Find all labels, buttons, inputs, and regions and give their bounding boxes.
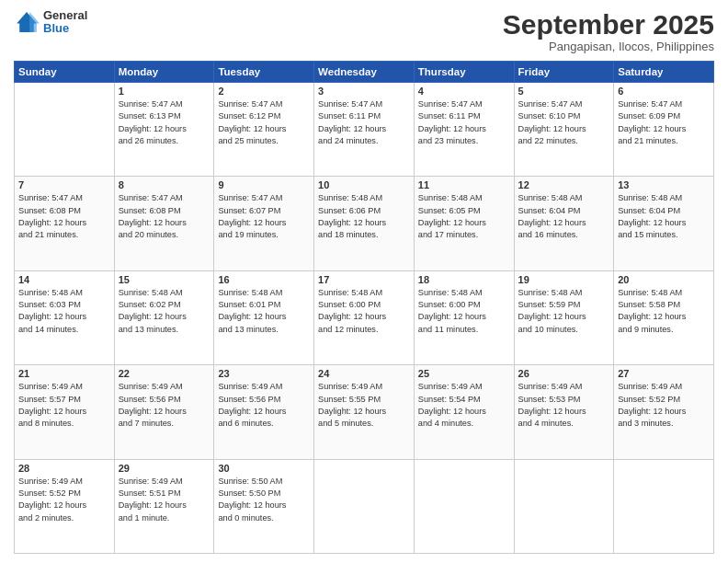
header: General Blue September 2025 Pangapisan, … [14, 9, 714, 53]
day-info: Sunrise: 5:47 AM Sunset: 6:08 PM Dayligh… [119, 192, 210, 241]
day-number: 15 [119, 274, 210, 285]
day-info: Sunrise: 5:49 AM Sunset: 5:54 PM Dayligh… [418, 381, 510, 430]
title-block: September 2025 Pangapisan, Ilocos, Phili… [503, 9, 714, 53]
day-number: 2 [218, 86, 310, 97]
calendar-week-4: 21Sunrise: 5:49 AM Sunset: 5:57 PM Dayli… [15, 365, 714, 459]
calendar-week-2: 7Sunrise: 5:47 AM Sunset: 6:08 PM Daylig… [15, 177, 714, 270]
day-number: 7 [18, 179, 110, 190]
day-number: 14 [18, 274, 110, 285]
day-number: 9 [218, 179, 310, 190]
calendar-cell: 7Sunrise: 5:47 AM Sunset: 6:08 PM Daylig… [15, 177, 115, 270]
day-info: Sunrise: 5:47 AM Sunset: 6:10 PM Dayligh… [518, 98, 610, 147]
calendar-cell: 12Sunrise: 5:48 AM Sunset: 6:04 PM Dayli… [514, 177, 614, 270]
calendar-cell [514, 459, 614, 553]
calendar-cell: 30Sunrise: 5:50 AM Sunset: 5:50 PM Dayli… [214, 459, 314, 553]
calendar-cell: 24Sunrise: 5:49 AM Sunset: 5:55 PM Dayli… [314, 365, 415, 459]
calendar-cell: 11Sunrise: 5:48 AM Sunset: 6:05 PM Dayli… [414, 177, 514, 270]
logo-blue: Blue [43, 22, 87, 35]
calendar-cell: 21Sunrise: 5:49 AM Sunset: 5:57 PM Dayli… [15, 365, 115, 459]
calendar-cell: 20Sunrise: 5:48 AM Sunset: 5:58 PM Dayli… [614, 270, 714, 364]
calendar-cell: 10Sunrise: 5:48 AM Sunset: 6:06 PM Dayli… [314, 177, 415, 270]
day-number: 6 [618, 86, 710, 97]
calendar-cell: 8Sunrise: 5:47 AM Sunset: 6:08 PM Daylig… [114, 177, 214, 270]
day-info: Sunrise: 5:47 AM Sunset: 6:11 PM Dayligh… [418, 98, 510, 147]
day-info: Sunrise: 5:47 AM Sunset: 6:07 PM Dayligh… [218, 192, 310, 241]
day-info: Sunrise: 5:47 AM Sunset: 6:08 PM Dayligh… [18, 192, 110, 241]
calendar-table: SundayMondayTuesdayWednesdayThursdayFrid… [14, 61, 714, 554]
calendar-cell [15, 83, 115, 177]
column-header-thursday: Thursday [414, 62, 514, 83]
logo-general: General [43, 9, 87, 22]
day-number: 23 [218, 368, 310, 379]
day-number: 17 [318, 274, 410, 285]
calendar-header-row: SundayMondayTuesdayWednesdayThursdayFrid… [15, 62, 714, 83]
column-header-wednesday: Wednesday [314, 62, 415, 83]
calendar-cell [614, 459, 714, 553]
day-info: Sunrise: 5:49 AM Sunset: 5:52 PM Dayligh… [18, 476, 110, 524]
calendar-cell: 3Sunrise: 5:47 AM Sunset: 6:11 PM Daylig… [314, 83, 415, 177]
calendar-cell: 29Sunrise: 5:49 AM Sunset: 5:51 PM Dayli… [114, 459, 214, 553]
calendar-week-5: 28Sunrise: 5:49 AM Sunset: 5:52 PM Dayli… [15, 459, 714, 553]
day-number: 4 [418, 86, 510, 97]
day-number: 26 [518, 368, 610, 379]
day-info: Sunrise: 5:49 AM Sunset: 5:56 PM Dayligh… [218, 381, 310, 430]
calendar-cell: 6Sunrise: 5:47 AM Sunset: 6:09 PM Daylig… [614, 83, 714, 177]
day-info: Sunrise: 5:48 AM Sunset: 6:03 PM Dayligh… [18, 287, 110, 336]
calendar-cell: 25Sunrise: 5:49 AM Sunset: 5:54 PM Dayli… [414, 365, 514, 459]
day-info: Sunrise: 5:48 AM Sunset: 6:00 PM Dayligh… [418, 287, 510, 336]
column-header-monday: Monday [114, 62, 214, 83]
day-info: Sunrise: 5:48 AM Sunset: 6:06 PM Dayligh… [318, 192, 410, 241]
day-number: 29 [119, 463, 210, 474]
calendar-cell [314, 459, 415, 553]
column-header-sunday: Sunday [15, 62, 115, 83]
day-info: Sunrise: 5:47 AM Sunset: 6:11 PM Dayligh… [318, 98, 410, 147]
day-number: 25 [418, 368, 510, 379]
column-header-tuesday: Tuesday [214, 62, 314, 83]
day-info: Sunrise: 5:47 AM Sunset: 6:12 PM Dayligh… [218, 98, 310, 147]
location: Pangapisan, Ilocos, Philippines [503, 40, 714, 53]
day-number: 27 [618, 368, 710, 379]
calendar-cell: 2Sunrise: 5:47 AM Sunset: 6:12 PM Daylig… [214, 83, 314, 177]
day-number: 21 [18, 368, 110, 379]
calendar-cell: 1Sunrise: 5:47 AM Sunset: 6:13 PM Daylig… [114, 83, 214, 177]
day-number: 12 [518, 179, 610, 190]
day-number: 1 [119, 86, 210, 97]
day-info: Sunrise: 5:49 AM Sunset: 5:52 PM Dayligh… [618, 381, 710, 430]
day-number: 5 [518, 86, 610, 97]
month-title: September 2025 [503, 9, 714, 40]
calendar-cell: 19Sunrise: 5:48 AM Sunset: 5:59 PM Dayli… [514, 270, 614, 364]
calendar-cell: 15Sunrise: 5:48 AM Sunset: 6:02 PM Dayli… [114, 270, 214, 364]
logo-text: General Blue [43, 9, 87, 36]
calendar-cell [414, 459, 514, 553]
calendar-cell: 23Sunrise: 5:49 AM Sunset: 5:56 PM Dayli… [214, 365, 314, 459]
day-number: 28 [18, 463, 110, 474]
calendar-cell: 27Sunrise: 5:49 AM Sunset: 5:52 PM Dayli… [614, 365, 714, 459]
day-info: Sunrise: 5:49 AM Sunset: 5:56 PM Dayligh… [119, 381, 210, 430]
calendar-cell: 17Sunrise: 5:48 AM Sunset: 6:00 PM Dayli… [314, 270, 415, 364]
day-number: 13 [618, 179, 710, 190]
day-info: Sunrise: 5:48 AM Sunset: 6:00 PM Dayligh… [318, 287, 410, 336]
day-number: 19 [518, 274, 610, 285]
day-info: Sunrise: 5:48 AM Sunset: 5:59 PM Dayligh… [518, 287, 610, 336]
day-info: Sunrise: 5:48 AM Sunset: 6:01 PM Dayligh… [218, 287, 310, 336]
day-info: Sunrise: 5:49 AM Sunset: 5:51 PM Dayligh… [119, 476, 210, 524]
calendar-cell: 14Sunrise: 5:48 AM Sunset: 6:03 PM Dayli… [15, 270, 115, 364]
page: General Blue September 2025 Pangapisan, … [0, 0, 728, 563]
day-number: 8 [119, 179, 210, 190]
day-number: 30 [218, 463, 310, 474]
day-number: 10 [318, 179, 410, 190]
svg-marker-1 [29, 12, 40, 32]
column-header-friday: Friday [514, 62, 614, 83]
day-number: 24 [318, 368, 410, 379]
calendar-cell: 26Sunrise: 5:49 AM Sunset: 5:53 PM Dayli… [514, 365, 614, 459]
calendar-week-1: 1Sunrise: 5:47 AM Sunset: 6:13 PM Daylig… [15, 83, 714, 177]
calendar-cell: 18Sunrise: 5:48 AM Sunset: 6:00 PM Dayli… [414, 270, 514, 364]
calendar-cell: 9Sunrise: 5:47 AM Sunset: 6:07 PM Daylig… [214, 177, 314, 270]
day-info: Sunrise: 5:49 AM Sunset: 5:55 PM Dayligh… [318, 381, 410, 430]
day-number: 18 [418, 274, 510, 285]
day-info: Sunrise: 5:50 AM Sunset: 5:50 PM Dayligh… [218, 476, 310, 524]
calendar-cell: 4Sunrise: 5:47 AM Sunset: 6:11 PM Daylig… [414, 83, 514, 177]
day-info: Sunrise: 5:48 AM Sunset: 6:02 PM Dayligh… [119, 287, 210, 336]
day-number: 3 [318, 86, 410, 97]
day-number: 22 [119, 368, 210, 379]
